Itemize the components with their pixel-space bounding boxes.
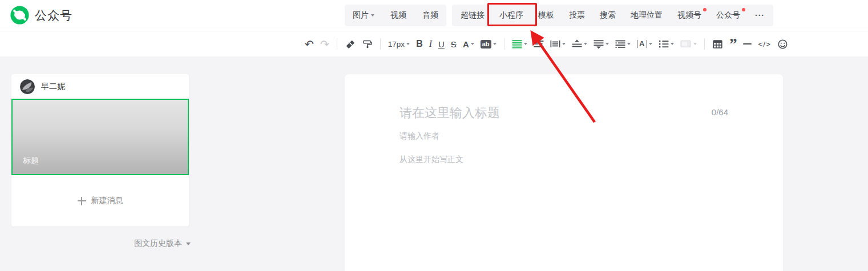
menu-item-label: 投票 [569, 10, 585, 21]
body-input[interactable]: 从这里开始写正文 [399, 155, 463, 165]
history-version-dropdown[interactable]: 图文历史版本 [11, 238, 191, 249]
insert-media-menu: 图片 视频 音频 [345, 5, 446, 26]
font-color-dropdown[interactable]: A [463, 39, 474, 49]
paragraph-indent-dropdown[interactable] [615, 39, 631, 49]
plus-icon [78, 197, 86, 205]
menu-item-more[interactable]: ··· [755, 11, 765, 20]
article-cover-thumbnail[interactable]: 标题 [11, 99, 189, 175]
chevron-down-icon [693, 43, 697, 45]
insert-table-button[interactable] [712, 39, 723, 50]
code-icon: </> [758, 40, 771, 48]
chevron-down-icon [524, 43, 527, 45]
highlight-icon: ab [481, 40, 491, 48]
menu-item-label: 搜索 [600, 10, 616, 21]
bullet-list-icon [659, 39, 669, 49]
insert-code-button[interactable]: </> [758, 40, 771, 48]
strikethrough-button[interactable]: S [451, 39, 457, 49]
bold-button[interactable]: B [416, 39, 423, 49]
font-size-dropdown[interactable]: 17px [388, 40, 410, 48]
account-avatar [20, 79, 35, 94]
indent-right-icon [534, 39, 544, 49]
title-input[interactable]: 请在这里输入标题 [399, 104, 500, 122]
menu-item-label: 视频 [390, 10, 406, 21]
blockquote-button[interactable]: ” [729, 39, 737, 48]
account-row: 早二妮 [11, 74, 189, 99]
menu-item-label: 公众号 [716, 10, 740, 21]
clear-format-button[interactable] [345, 39, 356, 50]
menu-item-label: 模板 [538, 10, 554, 21]
toolbar-divider [504, 38, 504, 50]
font-size-value: 17px [388, 40, 405, 48]
new-message-label: 新建消息 [91, 196, 123, 206]
margin-both-sides-icon [550, 39, 560, 49]
chevron-down-icon [406, 43, 410, 45]
chevron-down-icon [649, 43, 652, 45]
account-name: 早二妮 [41, 82, 65, 92]
redo-icon: ↷ [320, 39, 329, 50]
menu-item-image[interactable]: 图片 [353, 10, 374, 21]
paragraph-indent-icon [615, 39, 625, 49]
menu-item-hyperlink[interactable]: 超链接 [461, 10, 485, 21]
cover-title-label: 标题 [23, 156, 39, 166]
chevron-down-icon [493, 43, 496, 45]
undo-button[interactable]: ↶ [305, 39, 314, 50]
author-input[interactable]: 请输入作者 [399, 131, 439, 141]
menu-item-search[interactable]: 搜索 [600, 10, 616, 21]
title-char-counter: 0/64 [712, 107, 728, 117]
font-color-icon: A [463, 39, 469, 49]
menu-item-label: 视频号 [677, 10, 701, 21]
menu-item-label: 地理位置 [631, 10, 663, 21]
green-paragraph-style-icon [512, 39, 522, 49]
undo-icon: ↶ [305, 39, 314, 50]
style-dropdown-disabled[interactable] [680, 39, 697, 49]
menu-item-template[interactable]: 模板 [538, 10, 554, 21]
chevron-down-icon [605, 43, 609, 45]
menu-item-location[interactable]: 地理位置 [631, 10, 663, 21]
menu-item-official-account[interactable]: 公众号 [716, 10, 740, 21]
article-list-panel: 早二妮 标题 新建消息 [11, 74, 189, 226]
menu-item-video[interactable]: 视频 [390, 10, 406, 21]
underline-button[interactable]: U [438, 39, 445, 49]
chevron-down-icon [584, 43, 587, 45]
wechat-official-account-editor: 公众号 图片 视频 音频 超链接 小程序 模板 [0, 0, 868, 271]
bold-icon: B [416, 39, 423, 49]
text-style-dropdown[interactable] [512, 39, 527, 49]
red-dot-badge [703, 8, 706, 11]
toolbar-divider [380, 38, 381, 50]
menu-item-channels[interactable]: 视频号 [677, 10, 701, 21]
redo-button[interactable]: ↷ [320, 39, 329, 50]
quote-icon: ” [729, 41, 737, 47]
spacing-above-icon [572, 39, 582, 49]
chevron-down-icon [671, 43, 674, 45]
toolbar-divider [337, 38, 337, 50]
red-dot-badge [742, 8, 745, 11]
menu-item-mini-program[interactable]: 小程序 [499, 10, 523, 21]
indent-increase-button[interactable] [534, 39, 544, 49]
letter-spacing-dropdown[interactable]: A [637, 40, 652, 48]
chevron-down-icon [371, 14, 374, 17]
list-dropdown[interactable] [659, 39, 674, 49]
letter-spacing-icon: A [637, 40, 647, 48]
menu-item-label: 图片 [353, 10, 369, 21]
line-height-dropdown[interactable] [594, 39, 609, 49]
strikethrough-icon: S [451, 39, 457, 49]
chevron-down-icon [471, 43, 474, 45]
italic-button[interactable]: I [429, 39, 432, 49]
menu-item-audio[interactable]: 音频 [422, 10, 438, 21]
chevron-down-icon [186, 242, 191, 245]
highlight-color-dropdown[interactable]: ab [481, 40, 496, 48]
italic-icon: I [429, 39, 432, 49]
chevron-down-icon [562, 43, 566, 45]
margin-dropdown[interactable] [550, 39, 566, 49]
chevron-down-icon [627, 43, 631, 45]
new-message-button[interactable]: 新建消息 [11, 175, 189, 226]
format-painter-button[interactable] [362, 39, 373, 50]
toolbar-divider [704, 38, 705, 50]
space-above-dropdown[interactable] [572, 39, 587, 49]
horizontal-rule-button[interactable] [743, 43, 752, 45]
emoji-button[interactable] [777, 39, 788, 50]
menu-item-label: 小程序 [499, 10, 523, 21]
history-version-label: 图文历史版本 [134, 238, 182, 249]
brand-logo[interactable]: 公众号 [10, 6, 72, 25]
menu-item-vote[interactable]: 投票 [569, 10, 585, 21]
